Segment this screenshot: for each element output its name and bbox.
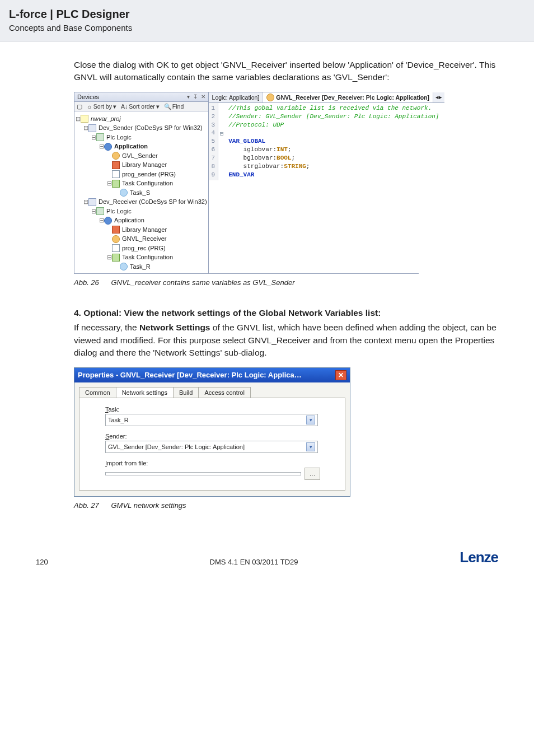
header-title: L-force | PLC Designer [9,8,525,21]
devices-title-bar: Devices ▾ ↧ ✕ [74,92,208,102]
tree-library-manager[interactable]: Library Manager [122,160,167,170]
tree-plc-logic-2[interactable]: Plc Logic [106,207,132,216]
plc-icon [96,207,104,215]
figure-26: Devices ▾ ↧ ✕ ▢ ☼ Sort by ▾ A↓ Sort orde… [74,92,500,274]
dialog-title: Properties - GNVL_Receiver [Dev_Receiver… [78,371,302,379]
page-number: 120 [36,558,48,566]
tab-network-settings[interactable]: Network settings [116,387,174,398]
app-icon [104,143,112,151]
tree-prog-rec[interactable]: prog_rec (PRG) [122,244,166,253]
library-icon [112,226,120,234]
tree-gnvl-receiver[interactable]: GNVL_Receiver [122,234,166,244]
dialog-panel: Task: Task_R ▾ Sender: GVL_Sender [Dev_S… [79,398,345,491]
tab-inactive[interactable]: Logic: Application] [209,92,264,102]
plc-icon [96,133,104,141]
tab-access-control[interactable]: Access control [198,387,251,398]
devices-title: Devices [77,94,99,100]
library-icon [112,161,120,169]
sender-label: Sender: [105,433,334,440]
panel-close-icon[interactable]: ✕ [201,94,205,100]
tree-dev-receiver[interactable]: Dev_Receiver (CoDeSys SP for Win32) [99,197,207,207]
task-label: Task: [105,406,334,413]
tree-dev-sender[interactable]: Dev_Sender (CoDeSys SP for Win32) [99,123,203,133]
sort-order-button[interactable]: A↓ Sort order ▾ [121,103,160,110]
browse-button[interactable]: … [305,468,320,480]
panel-dropdown-icon[interactable]: ▾ [187,94,190,100]
gvl-icon [266,94,274,101]
gvl-icon [112,235,120,243]
taskconfig-icon [112,180,120,188]
caption-26: Abb. 26 GNVL_receiver contains same vari… [74,278,500,287]
tree-task-config-2[interactable]: Task Configuration [122,253,173,262]
import-input[interactable] [105,472,301,475]
tree-prog-sender[interactable]: prog_sender (PRG) [122,170,176,179]
tree-plc-logic[interactable]: Plc Logic [106,133,132,142]
tree-task-s[interactable]: Task_S [130,188,150,198]
caption-26-text: GNVL_receiver contains same variables as… [111,278,294,287]
tree-project[interactable]: nwvar_proj [91,114,121,124]
app-icon [104,217,112,225]
code-line-1: //This gobal variable list is received v… [228,104,439,113]
lenze-logo: Lenze [460,549,498,566]
page-footer: 120 DMS 4.1 EN 03/2011 TD29 Lenze [34,549,500,566]
tab-active[interactable]: GNVL_Receiver [Dev_Receiver: Plc Logic: … [263,92,433,102]
tree-library-manager-2[interactable]: Library Manager [122,225,167,235]
paragraph-section4: If necessary, the Network Settings of th… [74,321,500,359]
editor-panel: Logic: Application] GNVL_Receiver [Dev_R… [209,92,445,274]
code-line-3: //Protocol: UDP [228,121,439,129]
header-subtitle: Concepts and Base Components [9,23,525,32]
import-label: Import from file: [105,460,334,466]
devices-toolbar: ▢ ☼ Sort by ▾ A↓ Sort order ▾ 🔍 Find [74,102,208,112]
task-value: Task_R [108,417,129,423]
chevron-down-icon[interactable]: ▾ [306,416,315,424]
device-icon [88,124,96,132]
dialog-title-bar: Properties - GNVL_Receiver [Dev_Receiver… [74,368,350,382]
task-icon [120,263,128,270]
gvl-icon [112,152,120,160]
tree-task-config[interactable]: Task Configuration [122,179,173,188]
caption-26-num: Abb. 26 [74,278,99,287]
devices-tree: ⊟nwvar_proj ⊟Dev_Sender (CoDeSys SP for … [74,112,208,274]
section-4-title: 4. Optional: View the network settings o… [74,308,500,318]
tab-scroll-icon[interactable]: ◂▸ [433,92,444,102]
line-numbers: 123456789 [209,103,219,180]
code-kw-varglobal: VAR_GLOBAL [228,138,265,144]
page-header: L-force | PLC Designer Concepts and Base… [0,0,534,42]
project-icon [81,115,88,123]
close-icon[interactable]: ✕ [335,370,346,380]
tree-gvl-sender[interactable]: GVL_Sender [122,151,158,161]
sender-value: GVL_Sender [Dev_Sender: Plc Logic: Appli… [108,444,245,450]
devices-panel: Devices ▾ ↧ ✕ ▢ ☼ Sort by ▾ A↓ Sort orde… [74,92,209,274]
taskconfig-icon [112,254,120,262]
caption-27-num: Abb. 27 [74,501,99,510]
dialog-tabs: Common Network settings Build Access con… [79,387,350,398]
code-line-2: //Sender: GVL_Sender [Dev_Sender: Plc Lo… [228,113,439,121]
tree-application[interactable]: Application [114,142,148,151]
document-id: DMS 4.1 EN 03/2011 TD29 [210,558,298,566]
paragraph-intro: Close the dialog with OK to get object '… [74,59,500,84]
tab-build[interactable]: Build [173,387,199,398]
properties-dialog: Properties - GNVL_Receiver [Dev_Receiver… [74,367,350,497]
sort-by-button[interactable]: ☼ Sort by ▾ [87,103,116,110]
find-button[interactable]: 🔍 Find [164,103,184,110]
code-editor[interactable]: 123456789 ⊟ //This gobal variable list i… [209,103,445,180]
task-icon [120,189,128,197]
fold-column[interactable]: ⊟ [218,103,225,180]
task-select[interactable]: Task_R ▾ [105,414,318,426]
panel-pin-icon[interactable]: ↧ [193,94,198,100]
new-icon[interactable]: ▢ [77,103,82,110]
editor-tabs: Logic: Application] GNVL_Receiver [Dev_R… [209,92,445,103]
caption-27-text: GMVL network settings [111,501,186,510]
sender-select[interactable]: GVL_Sender [Dev_Sender: Plc Logic: Appli… [105,441,318,453]
device-icon [88,198,96,206]
tree-task-r[interactable]: Task_R [130,262,151,272]
tab-common[interactable]: Common [79,387,116,398]
ide-screenshot: Devices ▾ ↧ ✕ ▢ ☼ Sort by ▾ A↓ Sort orde… [74,92,419,274]
chevron-down-icon[interactable]: ▾ [306,442,315,451]
prg-icon [112,244,120,252]
prg-icon [112,170,120,178]
code-kw-endvar: END_VAR [228,171,254,178]
tree-application-2[interactable]: Application [114,216,144,225]
caption-27: Abb. 27 GMVL network settings [74,501,500,510]
